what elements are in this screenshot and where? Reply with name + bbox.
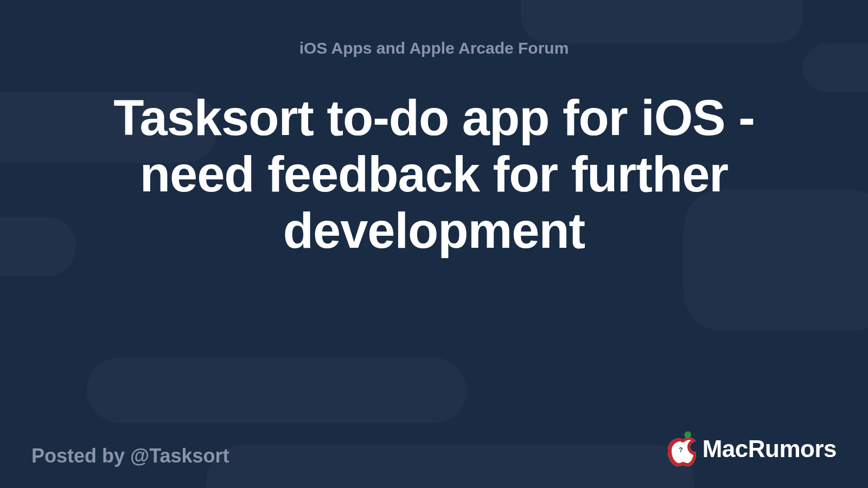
- brand-logo: ? MacRumors: [665, 431, 837, 467]
- posted-by-prefix: Posted by: [31, 445, 130, 467]
- card-footer: Posted by @Tasksort ? MacRumors: [0, 431, 868, 467]
- brand-name: MacRumors: [703, 435, 837, 463]
- apple-icon: ?: [665, 431, 697, 467]
- posted-by: Posted by @Tasksort: [31, 445, 229, 467]
- card-content: iOS Apps and Apple Arcade Forum Tasksort…: [0, 0, 868, 488]
- author-handle: @Tasksort: [130, 445, 229, 467]
- svg-text:?: ?: [679, 446, 682, 454]
- thread-title: Tasksort to-do app for iOS - need feedba…: [54, 90, 814, 259]
- forum-name: iOS Apps and Apple Arcade Forum: [299, 39, 569, 57]
